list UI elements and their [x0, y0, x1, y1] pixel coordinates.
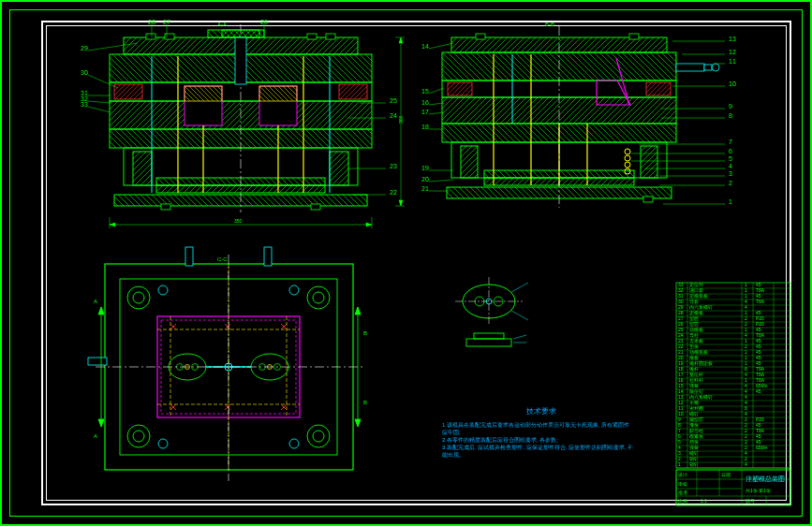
svg-rect-150 — [264, 247, 272, 266]
svg-text:33: 33 — [81, 101, 88, 108]
svg-point-79 — [625, 162, 630, 168]
section-label-cc: C-C — [217, 256, 228, 262]
svg-point-144 — [313, 431, 324, 442]
svg-text:12: 12 — [729, 49, 736, 55]
section-view-aa: A-A — [88, 22, 405, 228]
svg-rect-67 — [646, 82, 671, 95]
svg-line-180 — [511, 311, 528, 320]
svg-text:9: 9 — [729, 103, 732, 110]
svg-rect-25 — [235, 37, 246, 84]
svg-point-137 — [127, 286, 150, 309]
svg-rect-17 — [259, 86, 297, 101]
svg-rect-27 — [146, 34, 155, 39]
svg-rect-9 — [133, 152, 152, 185]
svg-point-143 — [307, 425, 330, 447]
svg-rect-72 — [641, 146, 657, 178]
svg-text:14: 14 — [421, 43, 429, 50]
section-marker-a1: A — [94, 299, 97, 304]
svg-text:16: 16 — [421, 99, 429, 106]
svg-line-179 — [511, 283, 528, 292]
section-view-bb: B-B — [429, 22, 725, 208]
svg-text:23: 23 — [390, 163, 397, 169]
svg-text:18: 18 — [421, 124, 429, 130]
notes-heading: 技术要求 — [525, 407, 556, 416]
svg-text:比例: 比例 — [678, 498, 687, 504]
svg-rect-87 — [704, 65, 712, 70]
section-marker-b1: B — [363, 330, 367, 336]
svg-rect-26 — [222, 30, 259, 37]
svg-point-139 — [307, 286, 330, 309]
svg-text:2: 2 — [729, 180, 732, 186]
svg-point-138 — [133, 292, 144, 303]
svg-rect-86 — [676, 64, 704, 71]
section-marker-b2: B — [363, 400, 367, 405]
svg-text:2.各零件的精度装配后应符合图纸要求, 各参数;: 2.各零件的精度装配后应符合图纸要求, 各参数; — [442, 436, 558, 443]
svg-text:图号: 图号 — [746, 498, 755, 504]
leaders-right-top-numbers: 25 24 23 22 — [390, 97, 397, 196]
svg-rect-90 — [629, 34, 639, 39]
svg-text:25: 25 — [390, 97, 397, 104]
svg-point-147 — [158, 439, 168, 448]
svg-rect-66 — [448, 82, 472, 95]
drawing-title: 注塑模总装图 — [746, 475, 785, 482]
section-label-bb: B-B — [545, 22, 554, 27]
svg-line-36 — [88, 101, 111, 103]
svg-text:4: 4 — [729, 163, 732, 169]
leaders-right-view-right-numbers: 13 12 11 10 9 8 7 6 5 4 3 2 1 — [729, 36, 736, 205]
cad-canvas[interactable]: A-A — [2, 2, 812, 526]
svg-point-145 — [158, 285, 168, 295]
bom-cell: 4 — [745, 461, 747, 467]
svg-text:3.装配完成后, 应试模并检查塑件, 应保证塑件符合, 应使: 3.装配完成后, 应试模并检查塑件, 应保证塑件符合, 应使塑件达到图纸要求, … — [442, 444, 633, 450]
svg-rect-89 — [476, 34, 485, 39]
svg-text:审核: 审核 — [678, 481, 687, 487]
section-marker-a2: A — [94, 433, 97, 439]
bom-cell: 销钉 — [688, 461, 699, 467]
svg-text:5: 5 — [729, 155, 732, 162]
svg-line-99 — [429, 180, 453, 182]
svg-rect-149 — [185, 247, 193, 266]
svg-text:24: 24 — [390, 112, 397, 119]
svg-text:28: 28 — [148, 19, 155, 25]
svg-rect-29 — [307, 34, 317, 39]
svg-point-77 — [625, 149, 630, 154]
bom-table: 33定位环14532浇口套1T8A31定模座板14530导套4T8A29内六角螺… — [676, 282, 790, 468]
dim-height: 300 — [398, 115, 404, 124]
svg-point-146 — [289, 285, 299, 295]
svg-point-142 — [133, 431, 144, 442]
svg-text:27: 27 — [163, 19, 170, 25]
svg-text:26: 26 — [260, 19, 268, 25]
svg-point-141 — [127, 425, 150, 447]
svg-point-140 — [313, 292, 324, 303]
svg-text:11: 11 — [729, 58, 736, 65]
svg-text:13: 13 — [729, 36, 736, 42]
svg-rect-91 — [643, 197, 653, 202]
leaders-right-view-left-numbers: 14 15 16 17 18 19 20 21 — [421, 43, 429, 192]
dim-overall-width: 350 — [234, 218, 243, 224]
svg-text:6: 6 — [729, 148, 732, 154]
svg-rect-181 — [466, 339, 511, 346]
bom-cell: 1 — [678, 461, 681, 467]
bom-cell: T8A — [756, 299, 765, 304]
svg-text:10: 10 — [729, 80, 736, 87]
svg-text:1: 1 — [729, 198, 732, 205]
svg-rect-4 — [114, 84, 142, 99]
svg-rect-28 — [165, 34, 174, 39]
svg-text:20: 20 — [421, 176, 429, 183]
svg-line-184 — [513, 335, 526, 339]
svg-text:能出现。: 能出现。 — [442, 452, 465, 458]
svg-text:批准: 批准 — [678, 489, 687, 495]
svg-point-88 — [712, 64, 719, 71]
svg-text:21: 21 — [421, 185, 429, 192]
bom-cell: 65Mn — [756, 445, 768, 450]
bom-cell: 45 — [756, 388, 761, 394]
cad-viewport: A-A — [0, 0, 812, 526]
svg-text:3: 3 — [729, 170, 732, 177]
plan-view-cc: C-C — [88, 247, 367, 481]
svg-text:30: 30 — [81, 69, 88, 76]
leaders-top-left-numbers: 28 27 26 — [148, 19, 268, 25]
svg-rect-31 — [161, 204, 170, 210]
svg-line-93 — [429, 43, 453, 49]
svg-rect-71 — [461, 146, 478, 178]
svg-text:1:1: 1:1 — [701, 498, 707, 504]
svg-text:设计: 设计 — [678, 472, 687, 477]
